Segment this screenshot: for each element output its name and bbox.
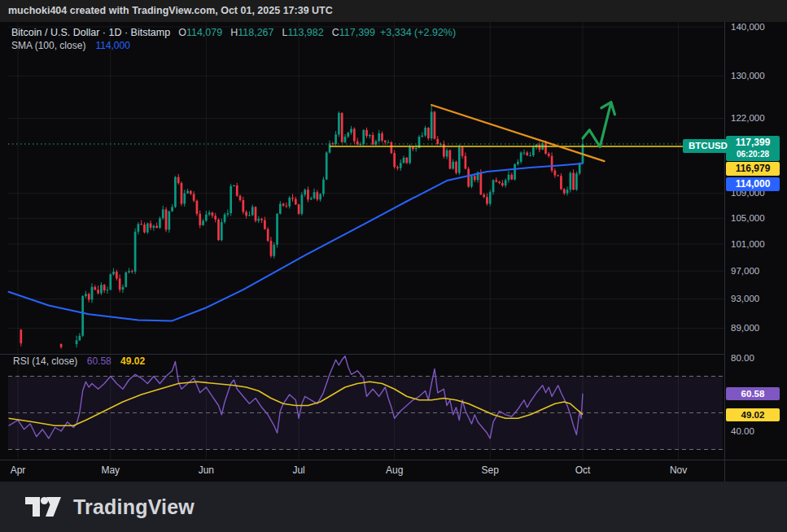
candle bbox=[415, 148, 418, 149]
candle bbox=[362, 130, 365, 144]
candle bbox=[569, 173, 571, 190]
candle bbox=[264, 220, 266, 229]
candle bbox=[270, 241, 273, 256]
last-price-value: 117,399 bbox=[736, 137, 771, 148]
price-axis-label: 140,000 bbox=[731, 22, 765, 33]
sma-row[interactable]: SMA (100, close) 114,000 bbox=[11, 40, 456, 51]
last-price-badge: 117,399 06:20:28 bbox=[726, 136, 780, 161]
high-letter: H bbox=[230, 27, 238, 38]
candle bbox=[514, 164, 516, 180]
candle bbox=[338, 113, 340, 134]
bar-countdown: 06:20:28 bbox=[726, 149, 780, 159]
candle bbox=[125, 273, 127, 287]
arrow-drawing[interactable] bbox=[583, 102, 614, 147]
candle bbox=[310, 198, 313, 200]
time-axis-label: Jul bbox=[292, 464, 304, 476]
time-axis[interactable]: AprMayJunJulAugSepOctNov bbox=[0, 460, 724, 482]
candle bbox=[510, 175, 513, 180]
candle bbox=[479, 172, 482, 194]
candle bbox=[97, 290, 99, 293]
sma-100-line[interactable] bbox=[9, 164, 583, 321]
sma-price-badge: 114,000 bbox=[726, 177, 780, 191]
candle bbox=[427, 128, 430, 138]
candle bbox=[239, 196, 242, 200]
candle bbox=[498, 182, 501, 183]
trendline-drawing[interactable] bbox=[431, 105, 604, 161]
price-axis-label: 130,000 bbox=[731, 71, 765, 81]
candle bbox=[452, 162, 454, 169]
candle bbox=[563, 189, 566, 193]
candle bbox=[544, 143, 547, 154]
rsi-label: RSI (14, close) bbox=[13, 355, 77, 367]
candle bbox=[153, 226, 155, 228]
candle bbox=[109, 274, 111, 290]
close-value: 117,399 bbox=[339, 27, 375, 38]
high-value: 118,267 bbox=[238, 27, 273, 38]
pane-separator[interactable] bbox=[0, 354, 724, 355]
candle bbox=[483, 194, 485, 197]
candle bbox=[143, 225, 146, 232]
candle bbox=[196, 201, 199, 214]
candle bbox=[128, 271, 130, 273]
close-letter: C bbox=[332, 27, 339, 38]
candle bbox=[122, 287, 125, 290]
tradingview-logo-link[interactable]: TradingView bbox=[24, 494, 195, 520]
candle bbox=[100, 285, 103, 293]
candle bbox=[405, 158, 408, 163]
candle bbox=[116, 272, 118, 278]
price-axis-label: 93,000 bbox=[731, 294, 759, 304]
candle bbox=[505, 180, 507, 185]
candle bbox=[221, 222, 223, 240]
candle bbox=[495, 180, 497, 181]
rsi-value-badge: 60.58 bbox=[726, 387, 780, 400]
rsi-legend[interactable]: RSI (14, close) 60.58 49.02 bbox=[13, 355, 145, 367]
candle bbox=[236, 185, 238, 196]
candle bbox=[508, 175, 510, 181]
candle bbox=[288, 198, 291, 207]
candle bbox=[347, 133, 349, 137]
chart-canvas[interactable] bbox=[0, 0, 787, 532]
candle bbox=[245, 212, 247, 216]
candle bbox=[205, 215, 208, 221]
candle bbox=[326, 153, 328, 180]
candle bbox=[138, 224, 140, 231]
candle bbox=[353, 129, 356, 141]
candle bbox=[91, 287, 94, 300]
candle bbox=[171, 207, 173, 211]
price-axis-label: 122,000 bbox=[731, 113, 765, 124]
candle bbox=[474, 176, 476, 180]
price-axis[interactable]: 140,000130,000122,000109,000105,000101,0… bbox=[724, 22, 787, 482]
candle bbox=[291, 198, 294, 199]
candle bbox=[412, 146, 414, 149]
sma-label: SMA (100, close) bbox=[11, 40, 85, 51]
candle bbox=[381, 133, 383, 141]
candle bbox=[439, 144, 442, 145]
candle bbox=[273, 245, 275, 256]
candle bbox=[391, 142, 393, 153]
candle bbox=[248, 215, 251, 216]
candle bbox=[446, 150, 448, 157]
ohlc-row[interactable]: Bitcoin / U.S. Dollar · 1D · Bitstamp O1… bbox=[11, 27, 456, 38]
candle bbox=[78, 336, 81, 341]
candle bbox=[131, 271, 133, 272]
candle bbox=[378, 133, 380, 142]
candle bbox=[242, 200, 244, 212]
candle bbox=[557, 176, 559, 177]
candle bbox=[181, 183, 183, 204]
candle bbox=[146, 224, 149, 233]
time-axis-label: Apr bbox=[11, 464, 26, 476]
candle bbox=[529, 155, 531, 156]
candle bbox=[255, 207, 257, 220]
candle bbox=[520, 153, 522, 162]
candle bbox=[159, 218, 161, 228]
candle bbox=[458, 147, 461, 172]
candle bbox=[313, 192, 316, 198]
candle bbox=[465, 156, 467, 169]
candle bbox=[548, 154, 550, 156]
open-value: 114,079 bbox=[186, 27, 222, 38]
change-value: +3,334 (+2.92%) bbox=[380, 27, 456, 38]
candle bbox=[177, 177, 180, 183]
price-axis-label: 105,000 bbox=[731, 213, 765, 224]
candle bbox=[486, 197, 488, 203]
candle bbox=[489, 192, 492, 203]
